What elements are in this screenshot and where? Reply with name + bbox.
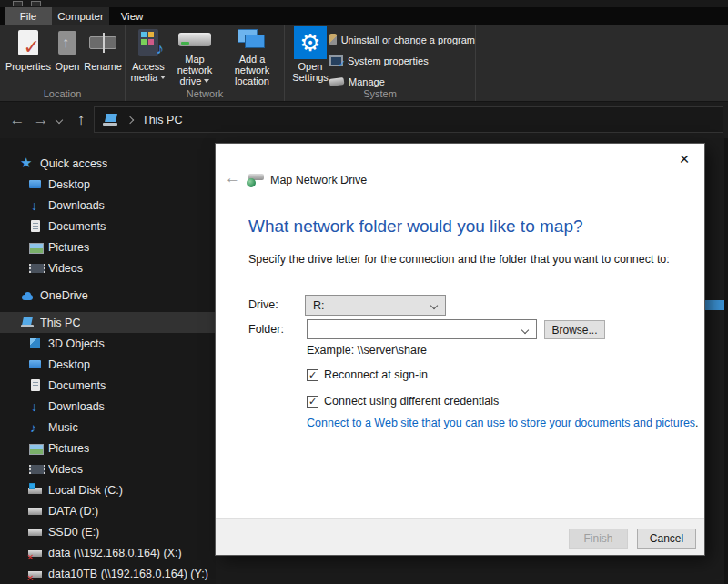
- add-network-location-icon: [237, 27, 268, 51]
- up-arrow-icon[interactable]: ↑: [71, 102, 91, 138]
- credentials-checkbox-label[interactable]: Connect using different credentials: [324, 395, 499, 408]
- open-button[interactable]: Open: [53, 26, 82, 86]
- forward-arrow-icon[interactable]: →: [31, 102, 51, 138]
- chevron-down-icon: [430, 302, 438, 309]
- finish-button[interactable]: Finish: [569, 529, 628, 549]
- sidebar-item-onedrive[interactable]: OneDrive: [0, 285, 216, 306]
- drive-letter-value: R:: [313, 299, 325, 312]
- recent-locations-chevron-icon[interactable]: [53, 102, 66, 138]
- sidebar-item-downloads-pc[interactable]: Downloads: [0, 396, 216, 417]
- sidebar-item-ssd0-e[interactable]: SSD0 (E:): [0, 521, 216, 542]
- quick-access-toolbar-icon[interactable]: [13, 1, 23, 6]
- ribbon-tab-bar: File Computer View: [0, 7, 728, 25]
- open-icon: [58, 31, 76, 55]
- close-icon[interactable]: ×: [673, 148, 695, 170]
- file-explorer-window: File Computer View Properties Open Renam…: [0, 0, 728, 584]
- breadcrumb[interactable]: This PC: [142, 114, 182, 126]
- sidebar-item-videos-pc[interactable]: Videos: [0, 458, 216, 479]
- sidebar-item-pictures[interactable]: Pictures: [0, 237, 216, 257]
- map-network-drive-dialog: × ← Map Network Drive What network folde…: [216, 144, 704, 555]
- reconnect-checkbox-row: Reconnect at sign-in: [307, 368, 428, 381]
- weblink-period: .: [695, 417, 698, 429]
- document-icon: [28, 219, 43, 234]
- map-network-drive-button[interactable]: Map network drive: [168, 26, 221, 86]
- manage-icon: [329, 76, 345, 86]
- connect-website-link[interactable]: Connect to a Web site that you can use t…: [307, 417, 695, 429]
- uninstall-icon: [329, 34, 337, 45]
- sidebar-item-desktop-pc[interactable]: Desktop: [0, 354, 216, 375]
- properties-button[interactable]: Properties: [4, 26, 53, 86]
- rename-label: Rename: [84, 61, 122, 72]
- disconnected-network-drive-icon: [28, 546, 43, 560]
- sidebar-item-desktop[interactable]: Desktop: [0, 174, 216, 195]
- properties-icon: [18, 30, 38, 55]
- reconnect-checkbox[interactable]: [307, 369, 318, 381]
- picture-icon: [28, 441, 43, 456]
- sidebar-item-3d-objects[interactable]: 3D Objects: [0, 333, 216, 354]
- tab-computer[interactable]: Computer: [52, 7, 109, 25]
- cloud-icon: [20, 288, 35, 303]
- sidebar-item-videos[interactable]: Videos: [0, 257, 216, 278]
- reconnect-checkbox-label[interactable]: Reconnect at sign-in: [324, 368, 428, 381]
- cancel-button[interactable]: Cancel: [637, 529, 696, 549]
- manage-label: Manage: [349, 76, 385, 87]
- star-icon: [20, 156, 35, 171]
- quick-access-toolbar-icon[interactable]: [31, 1, 41, 6]
- dialog-footer: Finish Cancel: [216, 518, 704, 555]
- sidebar-item-this-pc[interactable]: This PC: [0, 312, 216, 333]
- open-label: Open: [56, 61, 80, 72]
- back-arrow-icon[interactable]: ←: [7, 102, 27, 138]
- sidebar-item-data-d[interactable]: DATA (D:): [0, 500, 216, 521]
- ribbon-group-location: Properties Open Rename Location: [0, 25, 126, 101]
- drive-letter-select[interactable]: R:: [305, 295, 446, 316]
- folder-combobox[interactable]: [307, 319, 537, 339]
- properties-label: Properties: [5, 61, 51, 72]
- disk-icon: [28, 504, 43, 519]
- sidebar-item-documents[interactable]: Documents: [0, 216, 216, 237]
- credentials-checkbox-row: Connect using different credentials: [307, 395, 499, 408]
- sidebar-item-pictures-pc[interactable]: Pictures: [0, 438, 216, 458]
- rename-icon: [89, 36, 116, 49]
- open-settings-button[interactable]: ⚙ Open Settings: [291, 26, 329, 86]
- disconnected-network-drive-icon: [28, 567, 43, 581]
- example-text: Example: \\server\share: [307, 344, 427, 357]
- monitor-icon: [28, 177, 43, 192]
- film-icon: [28, 261, 43, 276]
- system-button-stack: Uninstall or change a program System pro…: [329, 29, 475, 92]
- folder-input[interactable]: [309, 321, 515, 337]
- uninstall-program-button[interactable]: Uninstall or change a program: [329, 29, 475, 50]
- add-network-location-label: Add a network location: [235, 54, 270, 86]
- sidebar-item-network-drive-x[interactable]: data (\\192.168.0.164) (X:): [0, 542, 216, 563]
- dialog-title-row: Map Network Drive: [247, 172, 367, 187]
- monitor-icon: [28, 357, 43, 372]
- download-arrow-icon: [28, 198, 43, 213]
- group-label-network: Network: [126, 88, 284, 99]
- dialog-instruction: Specify the drive letter for the connect…: [248, 253, 670, 266]
- tab-view[interactable]: View: [109, 7, 155, 25]
- add-network-location-button[interactable]: Add a network location: [221, 26, 283, 86]
- credentials-checkbox[interactable]: [307, 396, 318, 408]
- sidebar-item-music[interactable]: Music: [0, 417, 216, 438]
- sidebar-item-downloads[interactable]: Downloads: [0, 195, 216, 216]
- map-network-drive-icon: [178, 33, 211, 46]
- music-note-icon: [28, 420, 43, 435]
- dialog-title: Map Network Drive: [270, 174, 367, 186]
- browse-button[interactable]: Browse...: [544, 320, 605, 339]
- map-network-drive-icon: [247, 172, 265, 187]
- access-media-button[interactable]: Access media: [128, 26, 168, 86]
- sidebar-item-quick-access[interactable]: Quick access: [0, 153, 216, 174]
- selected-file-row-highlight[interactable]: [704, 300, 724, 310]
- ribbon-group-system: ⚙ Open Settings Uninstall or change a pr…: [285, 25, 476, 101]
- rename-button[interactable]: Rename: [82, 26, 124, 86]
- address-bar[interactable]: This PC: [94, 106, 723, 133]
- sidebar-item-local-disk-c[interactable]: Local Disk (C:): [0, 479, 216, 500]
- system-properties-button[interactable]: System properties: [329, 50, 475, 71]
- back-arrow-icon[interactable]: ←: [225, 169, 240, 187]
- sidebar-item-network-drive-y[interactable]: data10TB (\\192.168.0.164) (Y:): [0, 563, 216, 584]
- sidebar-item-documents-pc[interactable]: Documents: [0, 375, 216, 396]
- tab-file[interactable]: File: [5, 7, 52, 25]
- ribbon: Properties Open Rename Location Access m…: [0, 25, 728, 102]
- file-list-scrollbar[interactable]: [724, 138, 728, 584]
- system-properties-label: System properties: [348, 55, 429, 66]
- disk-icon: [28, 525, 43, 539]
